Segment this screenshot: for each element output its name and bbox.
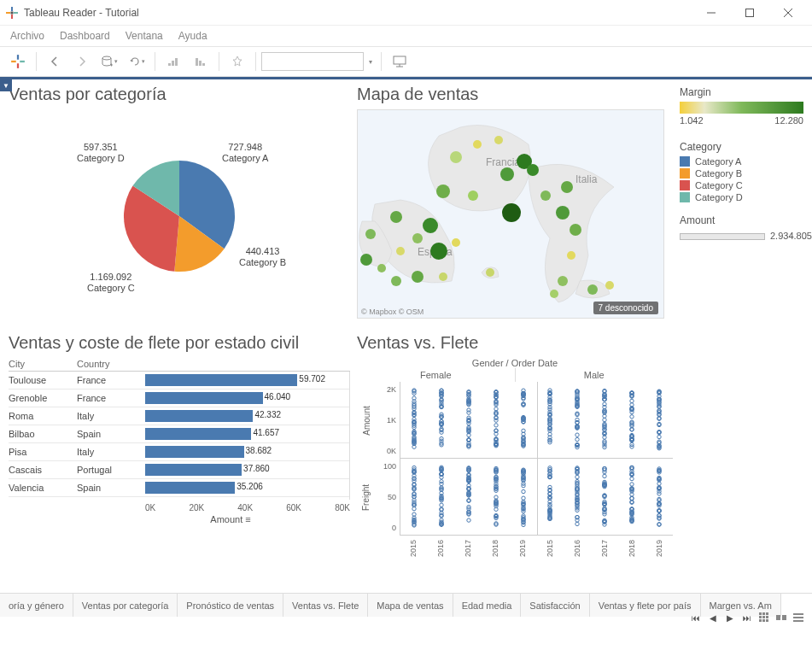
window-title: Tableau Reader - Tutorial xyxy=(24,7,692,19)
svg-point-174 xyxy=(494,424,497,427)
svg-rect-16 xyxy=(175,58,178,66)
svg-point-465 xyxy=(467,518,470,522)
legend-cat-a[interactable]: Category A xyxy=(680,156,812,167)
view-list-icon[interactable] xyxy=(792,611,805,624)
scatter-col-male: Male xyxy=(515,368,674,382)
tab-nav: ⏮ ◀ ▶ ⏭ xyxy=(689,611,805,624)
table-row[interactable]: GrenobleFrance46.040 xyxy=(9,390,349,407)
legend-cat-b[interactable]: Category B xyxy=(680,168,812,179)
sheet-tab[interactable]: Ventas y flete por país xyxy=(590,594,701,617)
close-button[interactable] xyxy=(768,1,807,25)
menu-ayuda[interactable]: Ayuda xyxy=(178,30,207,42)
svg-point-53 xyxy=(365,229,376,239)
table-row[interactable]: PisaItaly38.682 xyxy=(9,443,349,461)
sheet-tab[interactable]: Ventas por categoría xyxy=(73,594,178,617)
logo-icon[interactable] xyxy=(5,50,31,73)
year-label: 2019 xyxy=(510,535,535,562)
legend-cat-c[interactable]: Category C xyxy=(680,180,812,190)
svg-rect-9 xyxy=(17,55,19,60)
scatter-freight-plot[interactable]: Freight 100500 xyxy=(357,459,673,536)
sheet-tab[interactable]: oría y género xyxy=(0,594,73,617)
svg-rect-725 xyxy=(766,619,768,622)
pie-label-c: 1.169.092Category C xyxy=(87,272,135,294)
view-filmstrip-icon[interactable] xyxy=(774,611,788,624)
table-row[interactable]: BilbaoSpain41.657 xyxy=(9,425,349,443)
bar-axis-label: Amount ≡ xyxy=(9,514,350,524)
svg-point-598 xyxy=(575,475,579,478)
table-row[interactable]: RomaItaly42.332 xyxy=(9,407,349,425)
svg-point-142 xyxy=(467,408,470,412)
pie-chart[interactable]: 727.948Category A 440.413Category B 1.16… xyxy=(9,109,350,314)
sales-map[interactable]: Francia España Italia xyxy=(357,109,664,319)
svg-rect-718 xyxy=(762,612,765,615)
map-unknown-badge[interactable]: 7 desconocido xyxy=(593,302,659,314)
tab-first-button[interactable]: ⏮ xyxy=(689,611,703,624)
legend-cat-d[interactable]: Category D xyxy=(680,192,812,202)
svg-point-30 xyxy=(468,190,478,201)
sheet-tab[interactable]: Mapa de ventas xyxy=(368,594,453,617)
svg-point-706 xyxy=(657,492,661,495)
pin-button[interactable] xyxy=(225,50,250,73)
svg-rect-11 xyxy=(11,61,16,62)
minimize-button[interactable] xyxy=(692,1,730,25)
menu-dashboard[interactable]: Dashboard xyxy=(60,30,110,42)
back-button[interactable] xyxy=(42,50,67,73)
view-grid-icon[interactable] xyxy=(757,611,771,624)
svg-point-28 xyxy=(494,136,503,144)
sheet-tab[interactable]: Satisfacción xyxy=(521,594,589,617)
year-label: 2018 xyxy=(619,535,645,562)
svg-point-543 xyxy=(521,496,524,500)
year-label: 2017 xyxy=(455,535,481,562)
tab-last-button[interactable]: ⏭ xyxy=(740,611,754,624)
margin-range: 1.04212.280 xyxy=(680,115,803,126)
tab-next-button[interactable]: ▶ xyxy=(723,611,737,624)
sort-desc-button[interactable] xyxy=(188,50,213,73)
svg-point-51 xyxy=(391,276,401,286)
bar-rows[interactable]: ToulouseFrance59.702GrenobleFrance46.040… xyxy=(9,372,350,500)
tab-prev-button[interactable]: ◀ xyxy=(706,611,720,624)
col-city[interactable]: City xyxy=(9,359,77,369)
pie-label-d: 597.351Category D xyxy=(77,142,125,164)
svg-rect-724 xyxy=(762,619,765,622)
sheet-tab[interactable]: Edad media xyxy=(453,594,522,617)
search-input[interactable] xyxy=(261,52,364,71)
amount-size-bar xyxy=(680,233,765,240)
sheet-tab[interactable]: Ventas vs. Flete xyxy=(283,594,368,617)
col-country[interactable]: Country xyxy=(77,359,145,369)
svg-rect-3 xyxy=(14,12,18,14)
scatter-col-female: Female xyxy=(357,368,515,382)
maximize-button[interactable] xyxy=(730,1,768,25)
table-row[interactable]: ToulouseFrance59.702 xyxy=(9,372,349,390)
scatter-header: Gender / Order Date xyxy=(357,358,673,368)
svg-point-13 xyxy=(102,56,111,60)
table-row[interactable]: CoímbraPortugal32.775 xyxy=(9,497,349,500)
presentation-button[interactable] xyxy=(387,50,412,73)
pie-label-b: 440.413Category B xyxy=(239,246,286,268)
menu-ventana[interactable]: Ventana xyxy=(126,30,163,42)
bar-title: Ventas y coste de flete por estado civil xyxy=(9,333,350,352)
table-row[interactable]: ValenciaSpain35.206 xyxy=(9,479,349,497)
forward-button[interactable] xyxy=(69,50,95,73)
map-title: Mapa de ventas xyxy=(357,85,673,104)
svg-point-56 xyxy=(452,238,460,247)
data-source-button[interactable]: ▾ xyxy=(96,50,122,73)
titlebar: Tableau Reader - Tutorial xyxy=(0,0,812,26)
sort-asc-button[interactable] xyxy=(161,50,186,73)
search-dropdown-icon[interactable]: ▾ xyxy=(365,58,376,66)
sheet-tab[interactable]: Pronóstico de ventas xyxy=(178,594,283,617)
table-row[interactable]: CascaisPortugal37.860 xyxy=(9,461,349,479)
svg-point-29 xyxy=(436,184,450,198)
menu-archivo[interactable]: Archivo xyxy=(10,30,44,42)
toolbar: ▾ ▾ ▾ xyxy=(0,46,812,77)
svg-point-372 xyxy=(657,435,661,438)
svg-point-31 xyxy=(500,167,514,181)
legend-panel: Margin 1.04212.280 Category Category A C… xyxy=(680,85,812,328)
svg-rect-1 xyxy=(11,15,13,19)
svg-point-48 xyxy=(396,247,405,255)
dashboard-dropdown-icon[interactable]: ▼ xyxy=(0,79,12,91)
scatter-amount-plot[interactable]: Amount 2K1K0K xyxy=(357,382,673,459)
svg-point-46 xyxy=(423,218,438,233)
svg-rect-10 xyxy=(17,63,19,68)
svg-point-26 xyxy=(450,151,462,163)
refresh-button[interactable]: ▾ xyxy=(124,50,149,73)
